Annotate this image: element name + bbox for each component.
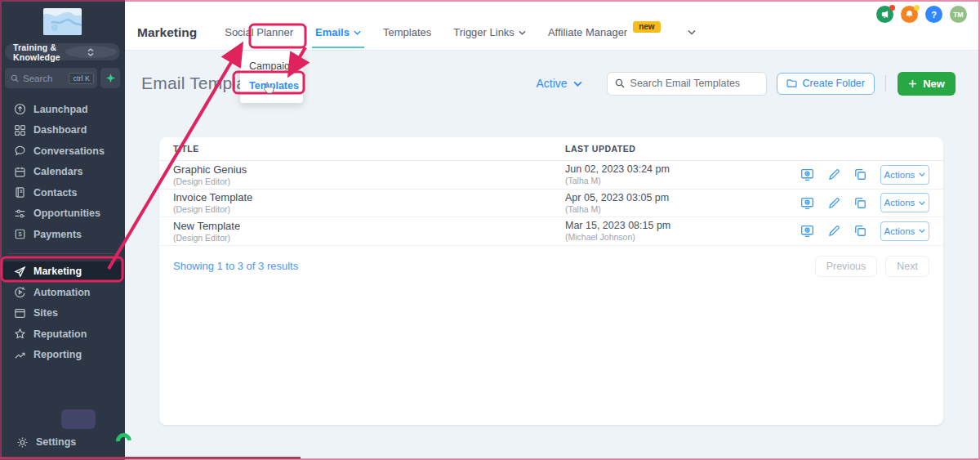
- template-search-input[interactable]: Search Email Templates: [607, 72, 767, 96]
- search-shortcut-badge: ctrl K: [69, 73, 94, 84]
- workspace-switcher[interactable]: Training & Knowledge: [5, 43, 120, 60]
- next-page-button[interactable]: Next: [885, 256, 929, 277]
- sidebar-item-conversations[interactable]: Conversations: [2, 141, 122, 162]
- chevron-down-icon: [919, 229, 925, 233]
- notification-dot: [914, 5, 920, 11]
- table-row[interactable]: New Template(Design Editor) Mar 15, 2023…: [159, 217, 943, 246]
- calendar-icon: [14, 166, 26, 178]
- quick-actions-button[interactable]: [100, 68, 120, 88]
- chevron-down-icon: [688, 29, 696, 35]
- send-icon: [14, 266, 26, 278]
- automation-icon: [14, 286, 26, 298]
- sidebar-item-launchpad[interactable]: Launchpad: [2, 99, 122, 120]
- sidebar-search-placeholder: Search: [23, 74, 65, 83]
- sidebar-nav: Launchpad Dashboard Conversations Calend…: [0, 99, 125, 365]
- actions-dropdown-button[interactable]: Actions: [880, 165, 929, 185]
- tab-templates[interactable]: Templates: [383, 26, 431, 38]
- sidebar-item-contacts[interactable]: Contacts: [2, 182, 122, 203]
- trend-up-icon: [14, 349, 26, 361]
- chevron-down-icon: [519, 30, 526, 35]
- table-row[interactable]: Graphic Genius(Design Editor) Jun 02, 20…: [159, 161, 943, 190]
- sidebar-item-marketing[interactable]: Marketing: [2, 261, 122, 283]
- top-navigation: Marketing Social Planner Emails Template…: [125, 0, 980, 51]
- spark-icon: [106, 74, 115, 83]
- table-header: TITLE LAST UPDATED: [159, 137, 943, 161]
- tab-trigger-links[interactable]: Trigger Links: [453, 26, 526, 38]
- main-content: Email Templates Active Search Email Temp…: [125, 51, 980, 460]
- duplicate-icon[interactable]: [853, 196, 867, 210]
- user-toolbar: ? TM: [876, 6, 967, 23]
- sliders-icon: [14, 208, 26, 220]
- emails-dropdown-menu: Campaigns Templates: [240, 51, 303, 103]
- column-last-updated: LAST UPDATED: [565, 144, 800, 154]
- app-window: Training & Knowledge Search ctrl K Launc…: [0, 0, 980, 460]
- dashboard-icon: [14, 124, 26, 136]
- announcements-button[interactable]: [876, 6, 893, 23]
- preview-icon[interactable]: [800, 224, 814, 238]
- duplicate-icon[interactable]: [853, 224, 867, 238]
- sidebar-item-reputation[interactable]: Reputation: [2, 324, 122, 345]
- duplicate-icon[interactable]: [853, 167, 867, 181]
- agency-logo: [43, 8, 82, 35]
- svg-text:$: $: [18, 230, 22, 238]
- create-folder-button[interactable]: Create Folder: [777, 73, 875, 95]
- help-button[interactable]: ?: [925, 6, 942, 23]
- sidebar-item-automation[interactable]: Automation: [2, 282, 122, 303]
- tab-emails[interactable]: Emails: [315, 26, 361, 38]
- launchpad-icon: [14, 103, 26, 115]
- sidebar-item-dashboard[interactable]: Dashboard: [2, 120, 122, 141]
- sidebar-item-calendars[interactable]: Calendars: [2, 162, 122, 183]
- section-title: Marketing: [137, 25, 197, 40]
- preview-icon[interactable]: [800, 196, 814, 210]
- actions-dropdown-button[interactable]: Actions: [880, 221, 929, 241]
- video-progress-bar: [0, 457, 301, 459]
- previous-page-button[interactable]: Previous: [815, 256, 878, 277]
- search-icon: [11, 74, 19, 83]
- preview-icon[interactable]: [800, 167, 814, 181]
- chevron-down-icon: [919, 172, 925, 176]
- table-row[interactable]: Invoice Template(Design Editor) Apr 05, …: [159, 190, 943, 218]
- edit-pencil-icon[interactable]: [827, 224, 841, 238]
- actions-dropdown-button[interactable]: Actions: [880, 193, 929, 212]
- tab-social-planner[interactable]: Social Planner: [225, 26, 293, 38]
- status-filter-dropdown[interactable]: Active: [536, 77, 581, 90]
- gear-icon: [16, 436, 29, 449]
- search-icon: [615, 78, 625, 88]
- sidebar-search-input[interactable]: Search ctrl K: [5, 68, 97, 88]
- edit-pencil-icon[interactable]: [827, 196, 841, 210]
- megaphone-icon: [880, 10, 889, 19]
- new-badge: new: [633, 21, 660, 33]
- edit-pencil-icon[interactable]: [827, 167, 841, 181]
- sidebar: Training & Knowledge Search ctrl K Launc…: [0, 0, 125, 460]
- dropdown-item-templates[interactable]: Templates: [240, 76, 303, 96]
- star-icon: [14, 328, 26, 340]
- chevron-down-icon: [919, 201, 925, 205]
- new-template-button[interactable]: New: [898, 72, 956, 96]
- overlay-blob: [61, 409, 96, 429]
- folder-icon: [786, 78, 797, 88]
- workspace-sort-icon: [65, 46, 118, 58]
- sidebar-item-opportunities[interactable]: Opportunities: [2, 203, 122, 225]
- dropdown-item-campaigns[interactable]: Campaigns: [240, 56, 303, 76]
- divider: [885, 75, 886, 92]
- sidebar-item-payments[interactable]: $ Payments: [2, 224, 122, 245]
- tab-affiliate-manager[interactable]: Affiliate Manager new: [548, 26, 661, 38]
- payments-icon: $: [14, 228, 26, 240]
- chevron-down-icon: [573, 81, 582, 87]
- tabs-overflow-button[interactable]: [688, 29, 696, 35]
- sidebar-item-reporting[interactable]: Reporting: [2, 345, 122, 366]
- sidebar-item-settings[interactable]: Settings: [5, 432, 125, 453]
- templates-table: TITLE LAST UPDATED Graphic Genius(Design…: [159, 137, 943, 425]
- user-avatar[interactable]: TM: [950, 6, 967, 23]
- chat-bubble-icon: [14, 145, 26, 157]
- sidebar-item-sites[interactable]: Sites: [2, 303, 122, 324]
- sidebar-divider: [8, 253, 117, 254]
- plus-icon: [908, 79, 917, 88]
- column-title: TITLE: [173, 144, 565, 154]
- notifications-button[interactable]: [901, 6, 918, 23]
- search-placeholder: Search Email Templates: [630, 78, 741, 89]
- chevron-down-icon: [354, 30, 361, 35]
- results-summary: Showing 1 to 3 of 3 results: [173, 260, 298, 272]
- workspace-name: Training & Knowledge: [13, 42, 65, 62]
- browser-window-icon: [14, 307, 26, 319]
